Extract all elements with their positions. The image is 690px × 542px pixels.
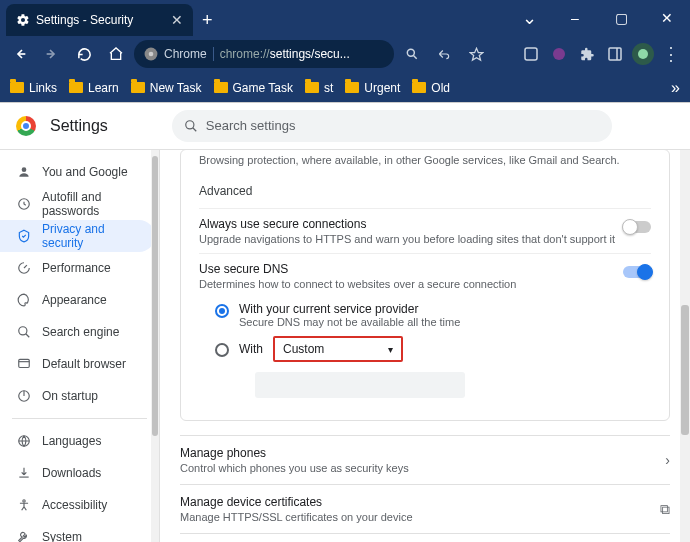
row-title: Always use secure connections: [199, 217, 623, 231]
svg-point-23: [23, 500, 25, 502]
sidebar-item-privacy-security[interactable]: Privacy and security: [0, 220, 155, 252]
bookmark-folder[interactable]: Links: [10, 81, 57, 95]
chrome-icon: [144, 47, 158, 61]
sidebar-scrollbar[interactable]: [151, 150, 159, 542]
folder-icon: [131, 82, 145, 93]
chevron-down-icon[interactable]: ⌄: [506, 0, 552, 36]
chrome-logo-icon: [16, 116, 36, 136]
autofill-icon: [16, 196, 32, 212]
certificates-managed-row[interactable]: Certificates managed by Chrome Informati…: [180, 533, 670, 542]
separator: [12, 418, 147, 419]
advanced-heading: Advanced: [199, 184, 651, 198]
folder-icon: [345, 82, 359, 93]
sidebar-item-languages[interactable]: Languages: [0, 425, 155, 457]
sidebar-item-system[interactable]: System: [0, 521, 155, 542]
share-icon[interactable]: [430, 40, 458, 68]
person-icon: [16, 164, 32, 180]
wrench-icon: [16, 529, 32, 542]
extension-icon-1[interactable]: [518, 40, 544, 68]
external-link-icon: ⧉: [660, 501, 670, 518]
dropdown-arrow-icon: ▾: [388, 344, 393, 355]
tab-close-button[interactable]: ✕: [169, 12, 185, 28]
bookmarks-bar: Links Learn New Task Game Task st Urgent…: [0, 72, 690, 102]
accessibility-icon: [16, 497, 32, 513]
address-bar[interactable]: Chrome chrome://settings/secu...: [134, 40, 394, 68]
maximize-button[interactable]: ▢: [598, 0, 644, 36]
new-tab-button[interactable]: +: [193, 4, 221, 36]
bookmark-folder[interactable]: Learn: [69, 81, 119, 95]
folder-icon: [305, 82, 319, 93]
search-icon: [16, 324, 32, 340]
gear-icon: [16, 13, 30, 27]
dns-custom-input[interactable]: [255, 372, 465, 398]
svg-rect-9: [609, 48, 621, 60]
sidebar-item-search-engine[interactable]: Search engine: [0, 316, 155, 348]
bookmark-folder[interactable]: Game Task: [214, 81, 293, 95]
sidebar-item-you-and-google[interactable]: You and Google: [0, 156, 155, 188]
sidebar-item-appearance[interactable]: Appearance: [0, 284, 155, 316]
settings-search-input[interactable]: Search settings: [172, 110, 612, 142]
globe-icon: [16, 433, 32, 449]
dns-option-current-provider[interactable]: With your current service provider Secur…: [215, 298, 651, 332]
tab-title: Settings - Security: [36, 13, 133, 27]
reload-button[interactable]: [70, 40, 98, 68]
folder-icon: [69, 82, 83, 93]
profile-avatar[interactable]: [630, 40, 656, 68]
speed-icon: [16, 260, 32, 276]
bookmark-star-icon[interactable]: [462, 40, 490, 68]
secure-connections-row: Always use secure connections Upgrade na…: [199, 208, 651, 253]
svg-point-12: [186, 120, 194, 128]
folder-icon: [214, 82, 228, 93]
bookmark-folder[interactable]: st: [305, 81, 333, 95]
browser-toolbar: Chrome chrome://settings/secu... ⋮: [0, 36, 690, 72]
radio-checked-icon: [215, 304, 229, 318]
settings-header: Settings Search settings: [0, 102, 690, 150]
extension-icon-2[interactable]: [546, 40, 572, 68]
minimize-button[interactable]: –: [552, 0, 598, 36]
download-icon: [16, 465, 32, 481]
bookmark-folder[interactable]: Old: [412, 81, 450, 95]
sidepanel-icon[interactable]: [602, 40, 628, 68]
dns-option-with[interactable]: With Custom ▾: [215, 332, 651, 366]
sidebar-item-accessibility[interactable]: Accessibility: [0, 489, 155, 521]
shield-icon: [16, 228, 32, 244]
truncated-text: Browsing protection, where available, in…: [199, 150, 651, 176]
svg-rect-7: [525, 48, 537, 60]
extensions-puzzle-icon[interactable]: [574, 40, 600, 68]
secure-connections-toggle[interactable]: [623, 221, 651, 233]
dns-provider-dropdown[interactable]: Custom ▾: [273, 336, 403, 362]
browser-tab[interactable]: Settings - Security ✕: [6, 4, 193, 36]
svg-marker-6: [470, 48, 483, 60]
row-description: Determines how to connect to websites ov…: [199, 278, 623, 290]
window-titlebar: Settings - Security ✕ + ⌄ – ▢ ✕: [0, 0, 690, 36]
svg-line-5: [413, 55, 416, 58]
svg-line-17: [26, 334, 30, 338]
manage-certificates-row[interactable]: Manage device certificates Manage HTTPS/…: [180, 484, 670, 533]
svg-point-14: [22, 167, 27, 172]
manage-phones-row[interactable]: Manage phones Control which phones you u…: [180, 435, 670, 484]
sidebar-item-default-browser[interactable]: Default browser: [0, 348, 155, 380]
omnibox-prefix: Chrome: [164, 47, 207, 61]
search-icon[interactable]: [398, 40, 426, 68]
power-icon: [16, 388, 32, 404]
bookmark-folder[interactable]: New Task: [131, 81, 202, 95]
secure-dns-toggle[interactable]: [623, 266, 651, 278]
menu-button[interactable]: ⋮: [658, 40, 684, 68]
svg-line-13: [193, 127, 197, 131]
main-scrollbar[interactable]: [680, 150, 690, 542]
svg-point-4: [407, 49, 414, 56]
close-window-button[interactable]: ✕: [644, 0, 690, 36]
back-button[interactable]: [6, 40, 34, 68]
bookmark-folder[interactable]: Urgent: [345, 81, 400, 95]
svg-point-11: [638, 49, 648, 59]
forward-button[interactable]: [38, 40, 66, 68]
sidebar-item-downloads[interactable]: Downloads: [0, 457, 155, 489]
bookmarks-overflow[interactable]: »: [671, 79, 680, 97]
sidebar-item-autofill[interactable]: Autofill and passwords: [0, 188, 155, 220]
sidebar-item-on-startup[interactable]: On startup: [0, 380, 155, 412]
home-button[interactable]: [102, 40, 130, 68]
settings-main-panel: Browsing protection, where available, in…: [160, 150, 690, 542]
svg-rect-18: [19, 359, 30, 367]
sidebar-item-performance[interactable]: Performance: [0, 252, 155, 284]
separator: [213, 47, 214, 61]
